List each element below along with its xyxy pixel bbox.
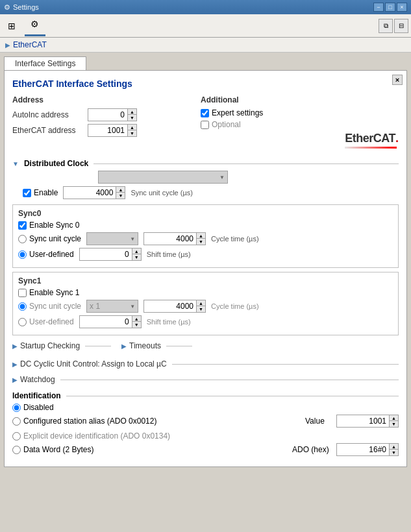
identification-header-row: Identification [12,391,399,400]
optional-label: Optional [212,120,241,129]
autoinc-label: AutoInc address [12,110,84,119]
sync0-multiplier-dropdown[interactable]: ▼ [86,232,138,245]
sync1-sync-unit-radio[interactable] [18,302,27,311]
nav-breadcrumb: ▶ EtherCAT [0,38,411,53]
dc-content: ▼ Enable ▲ ▼ Sync unit cycle (µs) [12,171,399,199]
address-section: Address AutoInc address ▲ ▼ EtherCAT add… [12,95,188,154]
minimize-button[interactable]: − [373,3,384,12]
sync0-shift-unit-label: Shift time (µs) [147,250,191,258]
maximize-button[interactable]: □ [385,3,395,12]
watchdog-triangle-icon: ▶ [12,376,18,383]
autoinc-spinner[interactable]: ▲ ▼ [88,108,137,121]
startup-checking-section[interactable]: ▶ Startup Checking [12,339,111,352]
id-dataword-down[interactable]: ▼ [389,450,398,455]
sync0-cycle-up[interactable]: ▲ [196,233,205,239]
panel-close-button[interactable]: × [392,75,403,85]
toolbar-panel-button[interactable]: ⊟ [394,19,408,33]
sync1-shift-input[interactable] [80,316,132,328]
dc-sync-down[interactable]: ▼ [116,193,125,199]
sync1-enable-label: Enable Sync 1 [29,288,79,297]
identification-divider [66,396,399,396]
dc-divider [93,163,399,164]
id-disabled-label: Disabled [23,403,54,412]
id-dataword-input[interactable] [337,444,389,455]
sync0-shift-spinner[interactable]: ▲ ▼ [79,248,142,261]
id-configured-up[interactable]: ▲ [389,415,398,421]
id-configured-input[interactable] [337,415,389,427]
sync1-cycle-up[interactable]: ▲ [196,300,205,306]
id-explicit-label: Explicit device identification (ADO 0x01… [23,431,170,441]
sync0-cycle-down[interactable]: ▼ [196,239,205,245]
ethercat-address-down[interactable]: ▼ [127,130,136,136]
sync0-enable-checkbox[interactable] [18,221,27,230]
startup-checking-label: Startup Checking [20,341,80,350]
ethercat-logo: EtherCAT . [201,132,399,149]
sync0-cycle-input[interactable] [144,233,196,245]
id-disabled-radio[interactable] [12,404,21,412]
dc-enable-checkbox[interactable] [23,189,31,197]
additional-section-header: Additional [201,95,399,104]
select-dc-row: ▼ [23,171,399,184]
sync1-cycle-down[interactable]: ▼ [196,306,205,312]
sync1-user-defined-radio[interactable] [18,318,27,326]
select-dc-arrow-icon: ▼ [219,175,225,180]
dc-sync-up[interactable]: ▲ [116,187,125,193]
ethercat-logo-line [345,147,397,149]
sync0-shift-up[interactable]: ▲ [132,248,141,254]
watchdog-label: Watchdog [20,375,55,384]
sync1-title: Sync1 [18,276,393,285]
id-dataword-radio[interactable] [12,446,21,454]
sync1-shift-spinner[interactable]: ▲ ▼ [79,315,142,328]
id-dataword-spinner[interactable]: ▲ ▼ [336,443,399,456]
toolbar-settings-button[interactable]: ⚙ [25,15,44,33]
main-panel: × EtherCAT Interface Settings Address Au… [4,70,407,467]
expert-settings-checkbox[interactable] [201,109,209,117]
toolbar-grid-button[interactable]: ⊞ [3,17,21,35]
sync1-shift-up[interactable]: ▲ [132,316,141,322]
autoinc-up[interactable]: ▲ [127,109,136,115]
autoinc-down[interactable]: ▼ [127,115,136,121]
optional-checkbox[interactable] [201,121,209,129]
sync1-enable-checkbox[interactable] [18,289,27,297]
identification-section: Identification Disabled Configured stati… [12,391,399,456]
autoinc-input[interactable] [88,109,127,121]
sync0-section: Sync0 Enable Sync 0 Sync unit cycle ▼ ▲ … [12,204,399,268]
sync1-shift-unit-label: Shift time (µs) [147,318,191,326]
ethercat-address-spinner[interactable]: ▲ ▼ [88,124,137,137]
id-configured-spinner[interactable]: ▲ ▼ [336,415,399,428]
sync0-shift-input[interactable] [80,248,132,260]
dc-triangle-icon: ▼ [12,160,19,167]
sync1-cycle-spinner[interactable]: ▲ ▼ [143,300,206,313]
dc-cyclic-section[interactable]: ▶ DC Cyclic Unit Control: Assign to Loca… [12,357,399,370]
id-explicit-radio[interactable] [12,432,21,441]
sync0-user-defined-radio[interactable] [18,250,27,259]
sync1-cycle-input[interactable] [144,300,196,312]
id-configured-radio[interactable] [12,417,21,426]
id-configured-down[interactable]: ▼ [389,421,398,427]
select-dc-dropdown[interactable]: ▼ [98,171,228,184]
dc-sync-input[interactable] [64,187,116,199]
nav-triangle-icon: ▶ [5,42,10,49]
toolbar-window-button[interactable]: ⧉ [379,19,393,33]
sync1-shift-down[interactable]: ▼ [132,322,141,328]
timeouts-section[interactable]: ▶ Timeouts [121,339,192,352]
timeouts-label: Timeouts [129,341,161,350]
sync1-multiplier-dropdown[interactable]: x 1 ▼ [86,300,138,313]
collapsed-row-1: ▶ Startup Checking ▶ Timeouts [12,339,399,355]
sync0-user-defined-label: User-defined [29,250,74,259]
expert-settings-label: Expert settings [212,108,263,117]
sync0-cycle-spinner[interactable]: ▲ ▼ [143,232,206,245]
nav-ethercat-label[interactable]: EtherCAT [13,40,47,49]
dc-sync-spinner[interactable]: ▲ ▼ [63,186,125,199]
dc-enable-label: Enable [34,188,58,197]
id-dataword-up[interactable]: ▲ [389,444,398,450]
sync0-shift-down[interactable]: ▼ [132,254,141,260]
ethercat-address-up[interactable]: ▲ [127,125,136,130]
tab-interface-settings[interactable]: Interface Settings [4,56,86,70]
sync0-sync-unit-radio[interactable] [18,235,27,243]
ethercat-address-input[interactable] [88,125,127,136]
ethercat-logo-arrow: . [395,132,399,145]
sync1-enable-row: Enable Sync 1 [18,288,393,297]
close-window-button[interactable]: × [397,3,407,12]
watchdog-section[interactable]: ▶ Watchdog [12,373,399,386]
